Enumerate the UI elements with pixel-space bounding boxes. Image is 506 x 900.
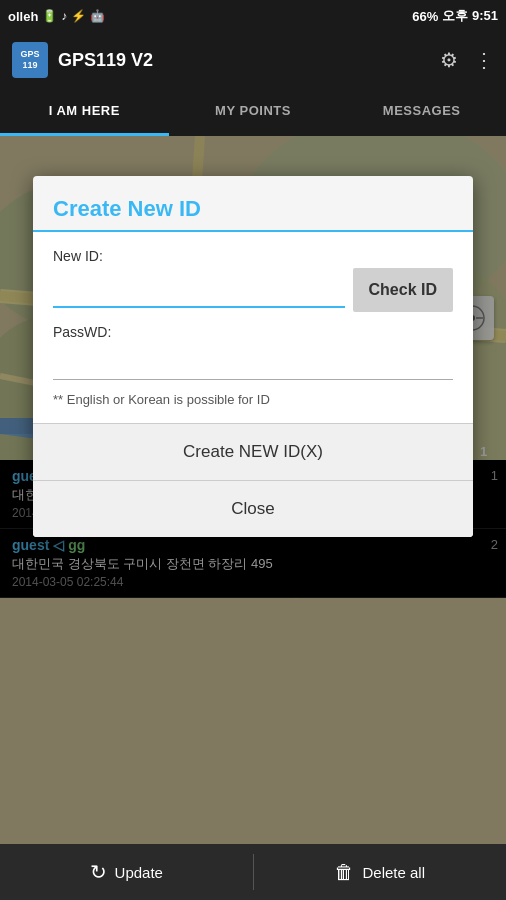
tab-messages[interactable]: MESSAGES	[337, 88, 506, 136]
update-icon: ↻	[90, 860, 107, 884]
status-left: olleh 🔋 ♪ ⚡ 🤖	[8, 9, 105, 24]
passwd-row: PassWD:	[53, 324, 453, 380]
passwd-input[interactable]	[53, 344, 453, 380]
modal-title: Create New ID	[53, 196, 201, 221]
status-right: 66% 오후 9:51	[412, 7, 498, 25]
bottom-bar: ↻ Update 🗑 Delete all	[0, 844, 506, 900]
app-bar-right: ⚙ ⋮	[440, 48, 494, 72]
android-icon: 🤖	[90, 9, 105, 23]
new-id-input[interactable]	[53, 272, 345, 308]
new-id-row: New ID: Check ID	[53, 248, 453, 312]
update-button[interactable]: ↻ Update	[0, 844, 253, 900]
status-bar: olleh 🔋 ♪ ⚡ 🤖 66% 오후 9:51	[0, 0, 506, 32]
modal-header: Create New ID	[33, 176, 473, 232]
more-options-icon[interactable]: ⋮	[474, 48, 494, 72]
delete-icon: 🗑	[334, 861, 354, 884]
check-id-button[interactable]: Check ID	[353, 268, 453, 312]
delete-all-button[interactable]: 🗑 Delete all	[254, 844, 507, 900]
tab-my-points[interactable]: MY POINTS	[169, 88, 338, 136]
app-title: GPS119 V2	[58, 50, 153, 71]
settings-icon[interactable]: ⚙	[440, 48, 458, 72]
create-new-id-button[interactable]: Create NEW ID(X)	[33, 423, 473, 480]
app-bar-left: GPS 119 GPS119 V2	[12, 42, 153, 78]
usb-icon: ⚡	[71, 9, 86, 23]
battery-percent: 66%	[412, 9, 438, 24]
app-logo: GPS 119	[12, 42, 48, 78]
time-display: 오후 9:51	[442, 7, 498, 25]
update-label: Update	[115, 864, 163, 881]
new-id-input-row: Check ID	[53, 268, 453, 312]
music-icon: ♪	[61, 9, 67, 23]
modal-overlay: Create New ID New ID: Check ID PassWD: *…	[0, 136, 506, 900]
app-bar: GPS 119 GPS119 V2 ⚙ ⋮	[0, 32, 506, 88]
delete-label: Delete all	[362, 864, 425, 881]
modal-body: New ID: Check ID PassWD: ** English or K…	[33, 232, 473, 423]
close-button[interactable]: Close	[33, 480, 473, 537]
new-id-label: New ID:	[53, 248, 453, 264]
modal-footer: Create NEW ID(X) Close	[33, 423, 473, 537]
carrier-label: olleh	[8, 9, 38, 24]
form-note: ** English or Korean is possible for ID	[53, 392, 453, 407]
battery-icon: 🔋	[42, 9, 57, 23]
tabs: I AM HERE MY POINTS MESSAGES	[0, 88, 506, 136]
modal-dialog: Create New ID New ID: Check ID PassWD: *…	[33, 176, 473, 537]
tab-i-am-here[interactable]: I AM HERE	[0, 88, 169, 136]
passwd-label: PassWD:	[53, 324, 453, 340]
